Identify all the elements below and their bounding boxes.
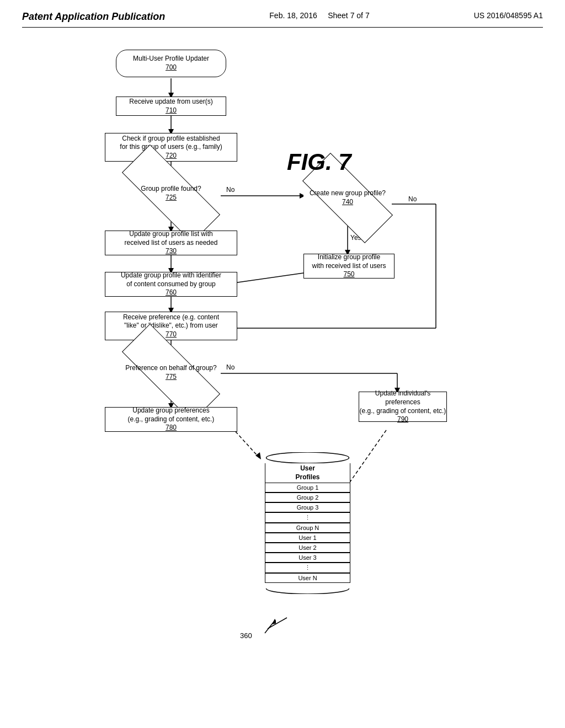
- node-720: Check if group profile establishedfor th…: [105, 133, 237, 162]
- node-770-label: Receive preference (e.g. content"like" o…: [123, 313, 219, 330]
- svg-line-33: [226, 273, 303, 284]
- db-row-user1: User 1: [265, 533, 350, 543]
- db-row-group3: Group 3: [265, 502, 350, 512]
- db-row-userN: User N: [265, 573, 350, 583]
- node-700-ref: 700: [166, 63, 177, 72]
- node-750-label: Initialize group profilewith received li…: [312, 253, 386, 270]
- figure-label: FIG. 7: [287, 149, 351, 175]
- node-760: Update group profile with identifierof c…: [105, 272, 237, 297]
- db-title-profiles: Profiles: [295, 473, 319, 481]
- node-790: Update individual'spreferences(e.g., gra…: [359, 392, 447, 422]
- node-700: Multi-User Profile Updater 700: [116, 50, 226, 77]
- node-710: Receive update from user(s) 710: [116, 97, 226, 116]
- svg-text:No: No: [226, 363, 235, 371]
- diagram-area: No Yes No Yes Y: [22, 33, 543, 673]
- node-730-ref: 730: [166, 247, 177, 256]
- db-row-dots2: ⋮: [265, 563, 350, 573]
- node-710-label: Receive update from user(s): [129, 98, 212, 106]
- node-740: Create new group profile? 740: [303, 178, 392, 218]
- node-780: Update group preferences(e.g., grading o…: [105, 407, 237, 432]
- svg-text:No: No: [226, 186, 235, 194]
- node-740-ref: 740: [310, 198, 386, 207]
- svg-marker-44: [272, 619, 276, 624]
- node-720-ref: 720: [166, 152, 177, 160]
- db-row-group1: Group 1: [265, 483, 350, 493]
- svg-point-40: [266, 452, 349, 463]
- node-730: Update group profile list withreceived l…: [105, 231, 237, 255]
- node-790-label: Update individual'spreferences(e.g., gra…: [360, 389, 446, 415]
- node-700-label: Multi-User Profile Updater: [133, 55, 209, 63]
- node-775-ref: 775: [125, 373, 216, 382]
- header-center: Feb. 18, 2016 Sheet 7 of 7: [269, 11, 369, 20]
- db-row-dots1: ⋮: [265, 512, 350, 523]
- db-title-user: User: [300, 464, 315, 472]
- node-725: Group profile found? 725: [121, 174, 221, 213]
- node-780-label: Update group preferences(e.g., grading o…: [128, 406, 215, 424]
- node-770-ref: 770: [166, 330, 177, 339]
- page: Patent Application Publication Feb. 18, …: [0, 0, 565, 728]
- db-label: User Profiles: [265, 463, 350, 483]
- node-775-label: Preference on behalf of group?: [125, 364, 216, 372]
- database-cylinder: User Profiles Group 1 Group 2 Group 3 ⋮ …: [265, 452, 350, 594]
- svg-marker-36: [255, 452, 261, 459]
- node-740-label: Create new group profile?: [310, 189, 386, 197]
- db-row-groupN: Group N: [265, 523, 350, 533]
- cylinder-bottom: [265, 583, 350, 594]
- node-790-ref: 790: [397, 415, 408, 424]
- patent-number: US 2016/048595 A1: [474, 11, 543, 20]
- node-770: Receive preference (e.g. content"like" o…: [105, 312, 237, 340]
- header: Patent Application Publication Feb. 18, …: [22, 11, 543, 28]
- db-row-user3: User 3: [265, 553, 350, 563]
- node-725-inner: Group profile found? 725: [141, 185, 201, 202]
- ref-360-arrow: [248, 618, 276, 634]
- publication-title: Patent Application Publication: [22, 11, 165, 23]
- node-750-ref: 750: [343, 270, 354, 279]
- node-780-ref: 780: [166, 424, 177, 432]
- svg-line-35: [232, 427, 259, 458]
- node-740-inner: Create new group profile? 740: [310, 189, 386, 206]
- node-760-label: Update group profile with identifierof c…: [121, 271, 221, 288]
- node-710-ref: 710: [166, 106, 177, 115]
- node-750: Initialize group profilewith received li…: [303, 254, 395, 279]
- node-730-label: Update group profile list withreceived l…: [125, 230, 218, 247]
- svg-rect-42: [266, 583, 349, 588]
- pub-date: Feb. 18, 2016: [269, 11, 317, 20]
- sheet-info: Sheet 7 of 7: [328, 11, 370, 20]
- svg-text:No: No: [408, 195, 417, 203]
- node-775-inner: Preference on behalf of group? 775: [125, 364, 216, 381]
- cylinder-top: [265, 452, 350, 463]
- svg-line-37: [348, 430, 386, 485]
- db-row-group2: Group 2: [265, 493, 350, 502]
- node-760-ref: 760: [166, 288, 177, 297]
- node-725-ref: 725: [141, 194, 201, 202]
- db-row-user2: User 2: [265, 543, 350, 553]
- node-720-label: Check if group profile establishedfor th…: [120, 135, 222, 152]
- node-725-label: Group profile found?: [141, 185, 201, 192]
- node-775: Preference on behalf of group? 775: [121, 353, 221, 393]
